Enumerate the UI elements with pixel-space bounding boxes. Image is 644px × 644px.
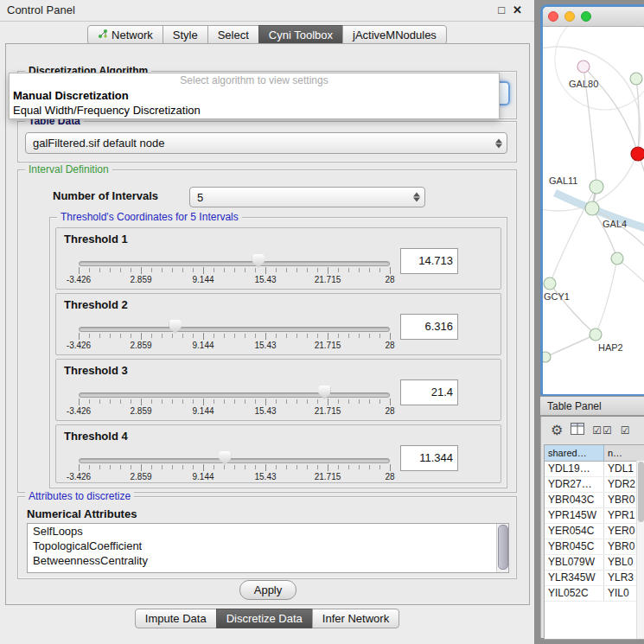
threshold-slider[interactable]: -3.426 2.859 9.144 15.43 21.715 28 <box>79 228 390 289</box>
tab-label: Network <box>112 26 153 44</box>
tab-label: Style <box>173 26 198 44</box>
tab-select[interactable]: Select <box>207 25 259 45</box>
tick-label: 15.43 <box>254 472 276 481</box>
dropdown-option-equal-width-frequency[interactable]: Equal Width/Frequency Discretization <box>10 103 499 118</box>
tab-cyni-toolbox[interactable]: Cyni Toolbox <box>258 25 343 45</box>
minimize-button[interactable] <box>564 11 575 22</box>
column-header-shared-name[interactable]: shared… <box>545 445 604 461</box>
number-of-intervals-combobox[interactable]: 5 <box>189 187 425 207</box>
node-table[interactable]: shared… n… YDL19…YDL1 YDR27…YDR2 YBR043C… <box>544 444 644 640</box>
threshold-slider[interactable]: -3.426 2.859 9.144 15.43 21.715 28 <box>79 425 390 486</box>
table-row[interactable]: YIL052CYIL0 <box>545 586 644 602</box>
top-tab-bar: Network Style Select Cyni Toolbox jActiv… <box>0 25 534 45</box>
threshold-2-panel: Threshold 2 -3.426 2.859 9.144 15.43 21.… <box>55 293 501 355</box>
bottom-tab-bar: Impute Data Discretize Data Infer Networ… <box>0 609 534 628</box>
table-row[interactable]: YBR045CYBR0 <box>545 539 644 555</box>
node-label: GCY1 <box>544 291 570 302</box>
tick-label: 28 <box>385 406 394 416</box>
column-header-name[interactable]: n… <box>604 445 644 461</box>
checkbox-icon[interactable]: ☑ <box>621 424 631 437</box>
attributes-listbox[interactable]: SelfLoops TopologicalCoefficient Between… <box>27 523 509 573</box>
threshold-slider[interactable]: -3.426 2.859 9.144 15.43 21.715 28 <box>79 294 390 354</box>
close-icon[interactable]: ✕ <box>513 3 522 18</box>
table-panel: ⚙ ☑☑ ☑ shared… n… YDL19…YDL1 YDR27…YDR2 … <box>540 417 644 638</box>
threshold-4-panel: Threshold 4 -3.426 2.859 9.144 15.43 21.… <box>55 424 501 483</box>
dropdown-option-manual-discretization[interactable]: Manual Discretization <box>10 88 499 103</box>
tab-discretize-data[interactable]: Discretize Data <box>216 609 313 628</box>
tick-label: 2.859 <box>130 341 151 350</box>
network-node[interactable] <box>543 352 551 362</box>
list-scrollbar[interactable] <box>496 524 508 572</box>
node-label: GAL80 <box>569 79 598 89</box>
network-view-window: GAL80 GAL11 GAL4 GCY1 HAP2 <box>540 4 644 397</box>
table-data-combobox[interactable]: galFiltered.sif default node <box>25 132 507 154</box>
tick-label: 15.43 <box>254 406 276 416</box>
table-row[interactable]: YBL079WYBL0 <box>545 555 644 571</box>
tab-style[interactable]: Style <box>163 25 208 45</box>
table-row[interactable]: YDR27…YDR2 <box>545 477 644 493</box>
threshold-slider[interactable]: -3.426 2.859 9.144 15.43 21.715 28 <box>79 360 390 420</box>
float-window-icon[interactable]: □ <box>498 3 505 18</box>
node-label: GAL4 <box>603 219 627 229</box>
minor-ticks <box>79 399 390 404</box>
tick-label: -3.426 <box>67 341 91 350</box>
scrollbar-thumb[interactable] <box>498 525 508 570</box>
table-header-row: shared… n… <box>545 445 644 462</box>
attributes-to-discretize-group: Attributes to discretize Numerical Attri… <box>17 496 517 579</box>
network-window-titlebar <box>543 7 644 27</box>
tab-label: Discretize Data <box>226 609 303 628</box>
list-item[interactable]: BetweennessCentrality <box>28 553 508 568</box>
selected-network-node[interactable] <box>631 147 644 161</box>
list-item[interactable]: TopologicalCoefficient <box>28 539 508 553</box>
threshold-value-field[interactable]: 11.344 <box>400 445 458 471</box>
table-row[interactable]: YDL19…YDL1 <box>545 462 644 477</box>
table-panel-titlebar: Table Panel <box>540 396 644 416</box>
table-columns-icon[interactable] <box>571 423 584 438</box>
network-node[interactable] <box>590 328 602 341</box>
tick-label: 15.43 <box>254 341 276 350</box>
table-row[interactable]: YLR345WYLR3 <box>545 571 644 586</box>
slider-track[interactable] <box>79 327 390 332</box>
network-node[interactable] <box>590 180 603 194</box>
tab-impute-data[interactable]: Impute Data <box>135 609 217 628</box>
zoom-button[interactable] <box>581 11 591 22</box>
tick-label: 9.144 <box>192 472 214 481</box>
network-node[interactable] <box>611 252 623 265</box>
checkbox-icons[interactable]: ☑☑ <box>592 424 613 437</box>
slider-track[interactable] <box>79 458 390 463</box>
numerical-attributes-label: Numerical Attributes <box>27 507 137 520</box>
stepper-arrows-icon <box>495 138 502 148</box>
interval-definition-group: Interval Definition Number of Intervals … <box>17 169 517 493</box>
table-row[interactable]: YER054CYER0 <box>545 524 644 539</box>
table-scrollbar[interactable] <box>636 461 644 639</box>
network-node[interactable] <box>544 277 556 290</box>
gear-icon[interactable]: ⚙ <box>551 418 563 443</box>
scrollbar-thumb[interactable] <box>638 462 644 522</box>
table-row[interactable]: YBR043CYBR0 <box>545 493 644 508</box>
slider-track[interactable] <box>79 392 390 398</box>
tick-label: 2.859 <box>130 275 151 284</box>
network-node[interactable] <box>585 201 599 215</box>
tick-label: 21.715 <box>315 275 341 284</box>
table-data-group: Table Data galFiltered.sif default node <box>17 121 517 163</box>
table-row[interactable]: YPR145WYPR1 <box>545 508 644 524</box>
control-panel-titlebar: Control Panel □ ✕ <box>0 0 534 22</box>
threshold-value-field[interactable]: 21.4 <box>400 379 458 405</box>
threshold-value-field[interactable]: 14.713 <box>400 248 458 274</box>
network-node[interactable] <box>630 73 642 85</box>
tab-network[interactable]: Network <box>87 25 163 45</box>
close-button[interactable] <box>548 11 558 22</box>
threshold-value-field[interactable]: 6.316 <box>400 314 458 340</box>
table-panel-title: Table Panel <box>547 400 602 412</box>
list-item[interactable]: SelfLoops <box>28 524 508 539</box>
network-node[interactable] <box>577 61 590 73</box>
node-label: GAL11 <box>549 175 577 186</box>
apply-button[interactable]: Apply <box>239 580 296 600</box>
group-title: Threshold's Coordinates for 5 Intervals <box>57 211 242 223</box>
tab-infer-network[interactable]: Infer Network <box>312 609 399 628</box>
tick-label: 28 <box>385 472 394 481</box>
network-canvas[interactable]: GAL80 GAL11 GAL4 GCY1 HAP2 <box>543 27 644 390</box>
tab-jactivemnodules[interactable]: jActiveMNodules <box>342 25 447 45</box>
slider-track[interactable] <box>79 261 390 266</box>
tick-label: 9.144 <box>192 406 214 416</box>
